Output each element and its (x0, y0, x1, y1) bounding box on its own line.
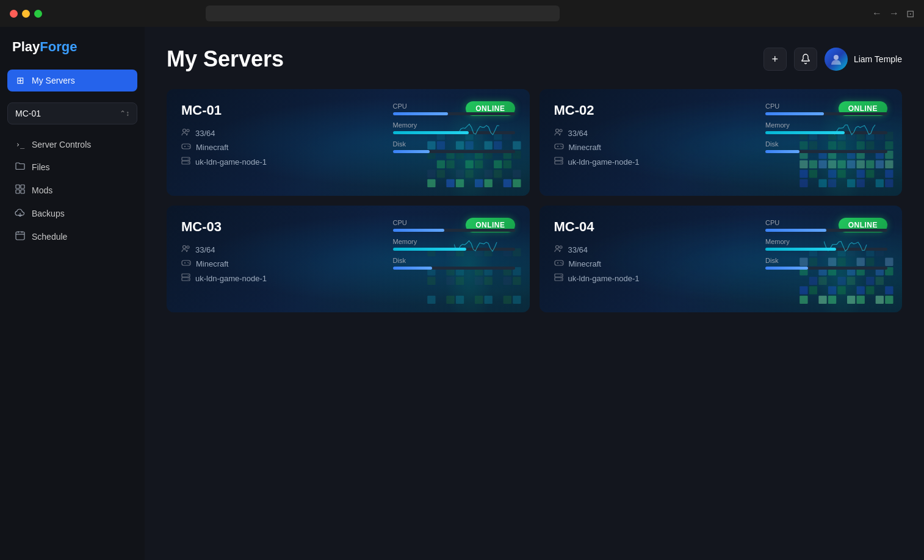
game-type: Minecraft (181, 143, 381, 152)
memory-bar-fill (765, 131, 845, 134)
player-count-value: 33/64 (568, 245, 588, 254)
server-stats: CPU Memory Dis (765, 102, 887, 171)
sidebar: PlayForge ⊞ My Servers MC-01 ⌃↕ ›_ Serve… (0, 27, 145, 560)
cpu-bar-track (765, 229, 887, 232)
card-content: MC-03 33/64 (181, 219, 515, 288)
server-card-mc-01[interactable]: MC-01 33/64 (167, 89, 530, 196)
svg-rect-48 (503, 179, 511, 187)
svg-rect-49 (513, 179, 521, 187)
chevron-down-icon: ⌃↕ (120, 109, 129, 118)
player-count: 33/64 (181, 128, 381, 138)
sidebar-item-mods[interactable]: Mods (7, 179, 137, 201)
cpu-label: CPU (765, 219, 887, 226)
bell-icon (800, 54, 811, 65)
memory-bar-fill (393, 248, 466, 251)
game-type: Minecraft (181, 259, 381, 268)
window-button[interactable]: ⊡ (906, 8, 914, 20)
svg-rect-0 (16, 185, 20, 188)
sidebar-item-schedule[interactable]: Schedule (7, 225, 137, 248)
folder-icon (15, 162, 26, 172)
avatar-image (825, 48, 848, 71)
svg-rect-3 (21, 190, 24, 193)
server-card-mc-04[interactable]: MC-04 33/64 (540, 206, 903, 312)
sidebar-item-label: Backups (32, 209, 65, 218)
cpu-stat: CPU (393, 219, 515, 232)
mods-icon (15, 184, 26, 196)
disk-bar-fill (393, 267, 432, 270)
memory-sparkline (457, 121, 502, 141)
svg-point-157 (188, 275, 189, 276)
user-info[interactable]: Liam Temple (825, 48, 902, 71)
memory-sparkline (824, 238, 870, 257)
memory-bar-track (765, 248, 887, 251)
cpu-label: CPU (393, 219, 515, 226)
memory-bar-track (765, 131, 887, 134)
sidebar-item-files[interactable]: Files (7, 156, 137, 178)
memory-bar-fill (765, 248, 836, 251)
svg-rect-102 (799, 179, 807, 187)
node-name: uk-ldn-game-node-1 (195, 274, 267, 283)
cpu-bar-fill (765, 229, 826, 232)
svg-rect-197 (876, 296, 884, 304)
server-icon (554, 273, 563, 283)
minimize-button[interactable] (22, 10, 30, 18)
svg-point-205 (561, 263, 563, 264)
sidebar-item-label: Server Controls (32, 140, 91, 149)
disk-bar-fill (393, 150, 430, 153)
back-button[interactable]: ← (872, 8, 882, 20)
server-selector[interactable]: MC-01 ⌃↕ (7, 102, 137, 124)
sidebar-item-my-servers[interactable]: ⊞ My Servers (7, 70, 137, 92)
page-header: My Servers + (167, 46, 902, 72)
game-name: Minecraft (196, 143, 228, 152)
sidebar-item-server-controls[interactable]: ›_ Server Controls (7, 134, 137, 155)
cpu-label: CPU (393, 102, 515, 110)
player-count-value: 33/64 (568, 129, 588, 138)
memory-bar-track (393, 131, 515, 134)
server-icon (554, 157, 563, 167)
disk-bar-track (765, 267, 887, 270)
svg-point-208 (560, 275, 561, 276)
sidebar-item-label: Schedule (32, 232, 67, 242)
cpu-bar-track (393, 112, 515, 115)
close-button[interactable] (10, 10, 18, 18)
svg-rect-1 (21, 185, 24, 188)
page-title: My Servers (167, 46, 284, 72)
memory-bar-fill (393, 131, 469, 134)
server-node: uk-ldn-game-node-1 (181, 157, 381, 167)
server-info: MC-01 33/64 (181, 102, 381, 171)
logo-play: Play (12, 39, 40, 54)
server-card-mc-03[interactable]: MC-03 33/64 (167, 206, 530, 312)
username: Liam Temple (854, 54, 902, 64)
server-card-mc-02[interactable]: MC-02 33/64 (540, 89, 903, 196)
card-content: MC-01 33/64 (181, 102, 515, 171)
disk-label: Disk (765, 257, 887, 264)
svg-point-199 (555, 246, 558, 249)
memory-stat: Memory (393, 238, 515, 251)
cpu-bar-fill (765, 112, 824, 115)
memory-sparkline (454, 238, 500, 257)
player-count: 33/64 (554, 128, 754, 138)
svg-rect-107 (876, 179, 884, 187)
app-body: PlayForge ⊞ My Servers MC-01 ⌃↕ ›_ Serve… (0, 27, 924, 560)
gamepad-icon (554, 259, 564, 268)
disk-label: Disk (393, 257, 515, 264)
maximize-button[interactable] (34, 10, 42, 18)
player-count-value: 33/64 (195, 245, 215, 254)
player-count: 33/64 (181, 245, 381, 254)
server-node: uk-ldn-game-node-1 (554, 157, 754, 167)
svg-point-9 (834, 55, 839, 60)
gamepad-icon (554, 143, 564, 152)
gamepad-icon (181, 143, 191, 152)
forward-button[interactable]: → (889, 8, 899, 20)
memory-stat: Memory (765, 238, 887, 251)
gamepad-icon (181, 259, 191, 268)
player-count: 33/64 (554, 245, 754, 254)
add-server-button[interactable]: + (763, 48, 787, 71)
svg-point-115 (561, 146, 563, 148)
svg-point-110 (560, 129, 562, 132)
svg-point-204 (560, 262, 561, 264)
cpu-stat: CPU (765, 219, 887, 232)
notifications-button[interactable] (794, 48, 817, 71)
disk-bar-fill (765, 267, 808, 270)
sidebar-item-backups[interactable]: Backups (7, 203, 137, 224)
